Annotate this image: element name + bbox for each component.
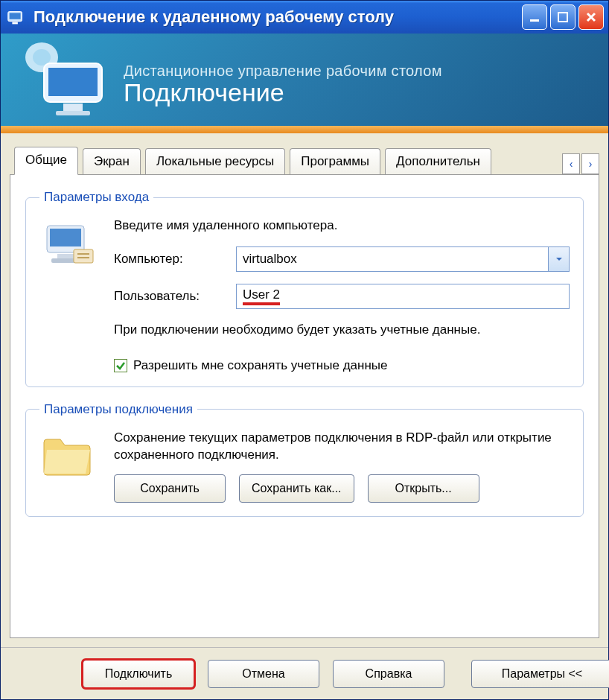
svg-rect-12: [50, 229, 81, 246]
computer-label: Компьютер:: [114, 252, 226, 267]
tab-general[interactable]: Общие: [14, 147, 78, 175]
banner-title: Подключение: [124, 80, 442, 105]
folder-icon: [39, 429, 106, 503]
close-button[interactable]: [578, 4, 604, 30]
bottom-buttons: Подключить Отмена Справка Параметры <<: [1, 647, 608, 699]
titlebar: Подключение к удаленному рабочему столу: [1, 1, 608, 34]
connect-button[interactable]: Подключить: [83, 660, 194, 688]
cancel-button[interactable]: Отмена: [208, 660, 319, 688]
group-connection-settings: Параметры подключения Сохранение текущих…: [25, 402, 584, 518]
help-button[interactable]: Справка: [333, 660, 444, 688]
tab-panel-general: Параметры входа Введите имя удаленного к…: [10, 174, 599, 638]
maximize-button[interactable]: [550, 4, 575, 30]
tab-advanced[interactable]: Дополнительн: [385, 148, 491, 174]
open-button[interactable]: Открыть...: [368, 474, 479, 503]
group-login-legend: Параметры входа: [39, 190, 153, 205]
app-icon: [5, 6, 28, 28]
svg-rect-4: [558, 13, 567, 22]
login-note: При подключении необходимо будет указать…: [114, 321, 570, 339]
login-computer-icon: [39, 217, 106, 373]
svg-rect-3: [530, 19, 539, 22]
save-credentials-label: Разрешить мне сохранять учетные данные: [133, 358, 387, 373]
group-connection-legend: Параметры подключения: [39, 402, 197, 417]
tabstrip: Общие Экран Локальные ресурсы Программы …: [1, 133, 608, 174]
svg-rect-2: [12, 22, 18, 25]
tab-display[interactable]: Экран: [83, 148, 141, 174]
save-button[interactable]: Сохранить: [114, 474, 226, 503]
banner: Дистанционное управление рабочим столом …: [1, 34, 608, 133]
login-instruction: Введите имя удаленного компьютера.: [114, 217, 570, 235]
svg-rect-9: [63, 104, 83, 111]
save-as-button[interactable]: Сохранить как...: [239, 474, 354, 503]
banner-monitor-icon: [16, 41, 112, 123]
user-display: User 2: [236, 284, 570, 309]
rdp-window: Подключение к удаленному рабочему столу …: [0, 0, 609, 700]
group-login-settings: Параметры входа Введите имя удаленного к…: [25, 190, 584, 387]
svg-rect-10: [56, 111, 90, 115]
svg-rect-8: [48, 68, 98, 96]
tab-programs[interactable]: Программы: [290, 148, 380, 174]
banner-subtitle: Дистанционное управление рабочим столом: [124, 63, 442, 80]
save-credentials-checkbox[interactable]: [114, 359, 127, 372]
options-button[interactable]: Параметры <<: [471, 660, 609, 688]
computer-dropdown-button[interactable]: [548, 247, 569, 271]
user-value: User 2: [243, 287, 280, 305]
minimize-button[interactable]: [522, 4, 547, 30]
computer-input[interactable]: [237, 252, 548, 267]
window-title: Подключение к удаленному рабочему столу: [34, 7, 522, 27]
tab-local-resources[interactable]: Локальные ресурсы: [145, 148, 285, 174]
computer-combobox[interactable]: [236, 246, 570, 272]
svg-rect-13: [57, 254, 74, 258]
svg-rect-15: [74, 249, 93, 263]
svg-rect-1: [10, 13, 21, 19]
tab-scroll-right[interactable]: ›: [581, 153, 599, 174]
user-label: Пользователь:: [114, 289, 226, 304]
window-controls: [522, 4, 604, 30]
tab-scroll: ‹ ›: [562, 153, 599, 174]
tab-scroll-left[interactable]: ‹: [562, 153, 580, 174]
connection-note: Сохранение текущих параметров подключени…: [114, 429, 570, 465]
